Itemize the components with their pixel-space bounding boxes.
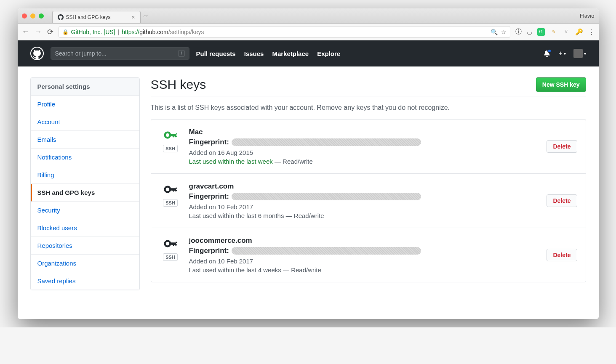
key-last-used: Last used within the last week — Read/wr… <box>189 158 539 165</box>
divider <box>151 96 586 96</box>
plus-icon: + <box>558 50 562 57</box>
window-titlebar: SSH and GPG keys × ▱ Flavio <box>18 8 599 24</box>
page-content: Personal settings ProfileAccountEmailsNo… <box>18 66 599 319</box>
github-favicon-icon <box>58 14 64 20</box>
fingerprint-label: Fingerprint: <box>189 247 229 255</box>
nav-link-issues[interactable]: Issues <box>244 50 264 57</box>
sidebar-item-account[interactable]: Account <box>31 113 139 131</box>
key-icon <box>163 236 178 251</box>
ssh-key-list: SSH Mac Fingerprint: Added on 16 Aug 201… <box>151 119 586 282</box>
tab-close-button[interactable]: × <box>131 14 135 21</box>
avatar-icon <box>573 49 583 58</box>
back-button[interactable]: ← <box>22 27 29 36</box>
key-last-used: Last used within the last 4 weeks — Read… <box>189 266 539 274</box>
key-added-date: Added on 10 Feb 2017 <box>189 203 539 210</box>
sidebar-item-security[interactable]: Security <box>31 202 139 219</box>
window-controls <box>22 13 44 19</box>
sidebar-item-billing[interactable]: Billing <box>31 166 139 184</box>
minimize-window-button[interactable] <box>30 13 35 19</box>
ssh-key-row: SSH joocommerce.com Fingerprint: Added o… <box>151 228 586 282</box>
key-name: joocommerce.com <box>189 236 539 245</box>
browser-menu-button[interactable]: ⋮ <box>588 28 595 36</box>
github-nav: Pull requestsIssuesMarketplaceExplore <box>196 50 341 57</box>
key-added-date: Added on 10 Feb 2017 <box>189 258 539 265</box>
search-shortcut-badge: / <box>178 50 184 57</box>
new-ssh-key-button[interactable]: New SSH key <box>536 77 586 92</box>
key-icon <box>163 182 178 197</box>
info-icon[interactable]: ⓘ <box>515 28 522 36</box>
ssh-badge: SSH <box>163 253 178 261</box>
github-logo-icon[interactable] <box>30 47 44 60</box>
key-icon <box>163 128 178 142</box>
search-placeholder: Search or jump to... <box>55 50 107 57</box>
create-new-menu[interactable]: +▾ <box>558 50 565 57</box>
sidebar-item-blocked-users[interactable]: Blocked users <box>31 219 139 237</box>
delete-key-button[interactable]: Delete <box>547 249 577 261</box>
ssh-badge: SSH <box>163 145 178 152</box>
user-menu[interactable]: ▾ <box>573 49 586 58</box>
url-organization: GitHub, Inc. [US] <box>71 29 115 35</box>
close-window-button[interactable] <box>22 13 27 19</box>
caret-down-icon: ▾ <box>584 51 586 56</box>
caret-down-icon: ▾ <box>564 51 566 56</box>
key-name: gravcart.com <box>189 182 539 191</box>
grammarly-extension-icon[interactable]: G <box>537 28 545 36</box>
sidebar-item-repositories[interactable]: Repositories <box>31 237 139 255</box>
extension-icons: ⓘ ◡ G ✎ V 🔑 ⋮ <box>515 28 595 36</box>
lock-icon: 🔒 <box>62 29 69 35</box>
github-search-input[interactable]: Search or jump to... / <box>51 47 189 60</box>
notifications-button[interactable] <box>543 50 551 57</box>
fingerprint-label: Fingerprint: <box>189 192 229 201</box>
pocket-icon[interactable]: ◡ <box>527 28 532 36</box>
sidebar-item-profile[interactable]: Profile <box>31 96 139 113</box>
key-added-date: Added on 16 Aug 2015 <box>189 149 539 156</box>
page-title: SSH keys <box>151 77 206 92</box>
sidebar-item-organizations[interactable]: Organizations <box>31 255 139 272</box>
ssh-key-row: SSH gravcart.com Fingerprint: Added on 1… <box>151 174 586 228</box>
onepassword-extension-icon[interactable]: 🔑 <box>575 28 583 36</box>
url-protocol: https:// <box>122 29 139 35</box>
sidebar-title: Personal settings <box>31 78 139 96</box>
tab-title: SSH and GPG keys <box>66 14 111 20</box>
main-panel: SSH keys New SSH key This is a list of S… <box>151 77 586 308</box>
url-host: github.com <box>139 29 168 35</box>
nav-link-pull-requests[interactable]: Pull requests <box>196 50 236 57</box>
browser-tab[interactable]: SSH and GPG keys × <box>52 11 141 23</box>
page-description: This is a list of SSH keys associated wi… <box>151 104 586 112</box>
settings-sidebar: Personal settings ProfileAccountEmailsNo… <box>30 77 140 290</box>
url-path: /settings/keys <box>168 29 204 35</box>
sidebar-item-saved-replies[interactable]: Saved replies <box>31 272 139 290</box>
vue-extension-icon[interactable]: V <box>563 28 570 36</box>
key-last-used: Last used within the last 6 months — Rea… <box>189 212 539 219</box>
forward-button[interactable]: → <box>35 27 42 36</box>
fingerprint-value-redacted <box>232 138 421 146</box>
browser-window: SSH and GPG keys × ▱ Flavio ← → ⟳ 🔒 GitH… <box>18 8 599 319</box>
ssh-key-row: SSH Mac Fingerprint: Added on 16 Aug 201… <box>151 120 586 174</box>
fingerprint-label: Fingerprint: <box>189 138 229 146</box>
sidebar-item-ssh-and-gpg-keys[interactable]: SSH and GPG keys <box>31 184 139 202</box>
sidebar-item-notifications[interactable]: Notifications <box>31 149 139 166</box>
address-bar[interactable]: 🔒 GitHub, Inc. [US] | https://github.com… <box>59 26 510 38</box>
notification-dot-icon <box>547 49 552 53</box>
browser-toolbar: ← → ⟳ 🔒 GitHub, Inc. [US] | https://gith… <box>18 24 599 40</box>
zoom-icon[interactable]: 🔍 <box>491 29 498 35</box>
nav-link-explore[interactable]: Explore <box>317 50 340 57</box>
delete-key-button[interactable]: Delete <box>547 194 577 207</box>
os-user-label: Flavio <box>580 13 595 19</box>
key-name: Mac <box>189 128 539 136</box>
bookmark-star-icon[interactable]: ☆ <box>501 29 507 35</box>
reload-button[interactable]: ⟳ <box>47 27 53 37</box>
fingerprint-value-redacted <box>232 193 421 200</box>
css-extension-icon[interactable]: ✎ <box>550 28 557 36</box>
github-header: Search or jump to... / Pull requestsIssu… <box>18 40 599 66</box>
nav-link-marketplace[interactable]: Marketplace <box>272 50 309 57</box>
ssh-badge: SSH <box>163 199 178 207</box>
delete-key-button[interactable]: Delete <box>547 140 577 153</box>
tab-strip: SSH and GPG keys × ▱ <box>52 8 148 23</box>
new-tab-button[interactable]: ▱ <box>143 12 148 20</box>
zoom-window-button[interactable] <box>39 13 44 19</box>
fingerprint-value-redacted <box>232 247 421 255</box>
sidebar-item-emails[interactable]: Emails <box>31 131 139 149</box>
